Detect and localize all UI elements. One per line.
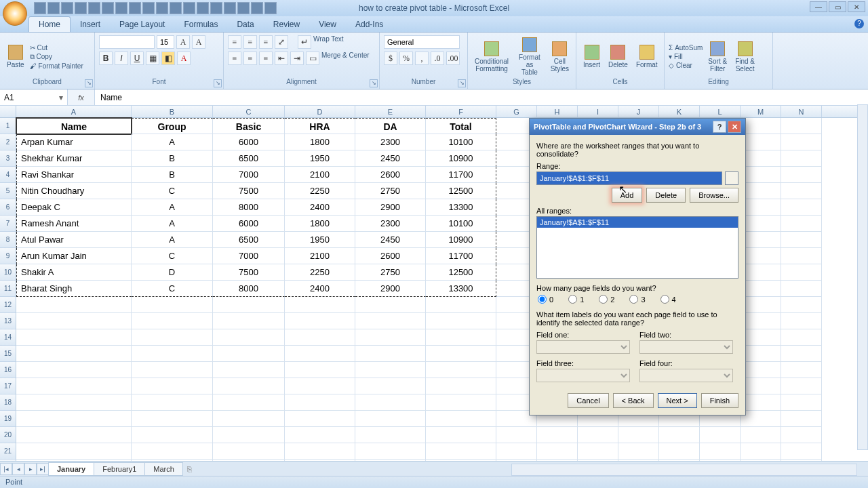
cell[interactable]: 11700 [426,167,496,183]
number-format-select[interactable]: General [384,35,460,49]
cell[interactable] [16,427,132,443]
tab-home[interactable]: Home [28,16,71,32]
cell[interactable] [741,329,781,346]
cell[interactable] [781,199,822,216]
row-header[interactable]: 7 [0,216,16,232]
column-header[interactable]: E [355,106,426,117]
cell[interactable] [781,264,822,281]
qat-icon[interactable] [197,2,209,14]
cell[interactable] [355,313,426,329]
list-item[interactable]: January!$A$1:$F$11 [537,217,738,228]
cell[interactable]: 2250 [285,264,355,281]
decrease-indent-icon[interactable]: ⇤ [275,52,288,65]
cell[interactable] [781,232,822,248]
cell[interactable] [618,443,659,460]
format-as-table-button[interactable]: Format as Table [514,36,545,77]
cell[interactable]: 8000 [213,199,285,216]
qat-icon[interactable] [129,2,141,14]
cell[interactable]: 2750 [355,183,426,199]
field-four-select[interactable] [639,369,733,382]
cell[interactable]: 7000 [213,248,285,264]
qat-icon[interactable] [210,2,222,14]
cell[interactable] [132,297,213,313]
dialog-close-button[interactable]: ✕ [728,121,741,133]
cell[interactable]: 2450 [355,232,426,248]
minimize-button[interactable]: — [810,1,827,12]
cell[interactable] [741,118,781,134]
cell[interactable]: 12500 [426,264,496,281]
next-sheet-icon[interactable]: ▸ [24,463,37,475]
cell[interactable]: B [132,150,213,167]
cell[interactable] [213,443,285,460]
cell[interactable] [781,216,822,232]
cell[interactable] [741,183,781,199]
cell[interactable] [781,362,822,378]
qat-icon[interactable] [156,2,168,14]
cell[interactable] [781,394,822,411]
cell[interactable] [496,427,537,443]
chevron-down-icon[interactable]: ▾ [59,93,63,102]
cell[interactable] [16,443,132,460]
cell[interactable] [132,427,213,443]
row-header[interactable]: 18 [0,394,16,411]
browse-button[interactable]: Browse... [690,188,738,203]
cell[interactable] [213,394,285,411]
cell[interactable]: Ramesh Anant [16,216,132,232]
tab-addins[interactable]: Add-Ins [346,17,393,32]
row-header[interactable]: 13 [0,313,16,329]
column-header[interactable]: A [16,106,132,117]
fx-icon[interactable]: fx [68,89,95,105]
cell[interactable] [355,297,426,313]
cell[interactable] [741,297,781,313]
pf-radio-4[interactable]: 4 [660,295,676,304]
cell[interactable] [659,443,700,460]
cell[interactable]: 13300 [426,281,496,297]
bottom-align-icon[interactable]: ≡ [259,35,273,49]
tab-page-layout[interactable]: Page Layout [110,17,174,32]
cell[interactable] [285,378,355,394]
cell[interactable] [16,297,132,313]
select-all-corner[interactable] [0,106,16,117]
cell[interactable]: A [132,134,213,150]
cell[interactable]: 7500 [213,183,285,199]
align-right-icon[interactable]: ≡ [259,52,273,65]
cell[interactable]: 2900 [355,281,426,297]
horizontal-scrollbar[interactable] [511,464,857,476]
cell[interactable] [578,443,618,460]
cell[interactable] [781,134,822,150]
cell[interactable] [355,329,426,346]
font-name-input[interactable] [99,35,155,49]
cell[interactable]: Basic [213,118,285,134]
row-header[interactable]: 10 [0,264,16,281]
dec-decimal-icon[interactable]: .00 [446,52,460,65]
last-sheet-icon[interactable]: ▸| [37,463,49,475]
tab-review[interactable]: Review [264,17,309,32]
middle-align-icon[interactable]: ≡ [243,35,257,49]
find-select-button[interactable]: Find & Select [732,40,757,74]
column-header[interactable]: G [496,106,537,117]
paste-button[interactable]: Paste [4,43,27,70]
conditional-formatting-button[interactable]: Conditional Formatting [472,40,511,74]
qat-icon[interactable] [88,2,100,14]
cell[interactable] [741,362,781,378]
cell[interactable]: Name [16,118,132,134]
column-header[interactable]: C [213,106,285,117]
qat-icon[interactable] [75,2,87,14]
cell[interactable]: Shekhar Kumar [16,150,132,167]
column-header[interactable]: L [700,106,741,117]
orientation-icon[interactable]: ⤢ [275,35,288,49]
cell[interactable] [537,427,578,443]
cell[interactable] [355,411,426,427]
back-button[interactable]: < Back [613,393,654,408]
cell[interactable]: Shakir A [16,264,132,281]
row-header[interactable]: 2 [0,134,16,150]
pf-radio-3[interactable]: 3 [629,295,645,304]
cell[interactable] [741,248,781,264]
cell[interactable]: HRA [285,118,355,134]
cell[interactable] [213,362,285,378]
cell[interactable]: 8000 [213,281,285,297]
comma-icon[interactable]: , [415,52,429,65]
cell[interactable] [741,427,781,443]
close-button[interactable]: ✕ [848,1,865,12]
cell[interactable]: 10100 [426,134,496,150]
